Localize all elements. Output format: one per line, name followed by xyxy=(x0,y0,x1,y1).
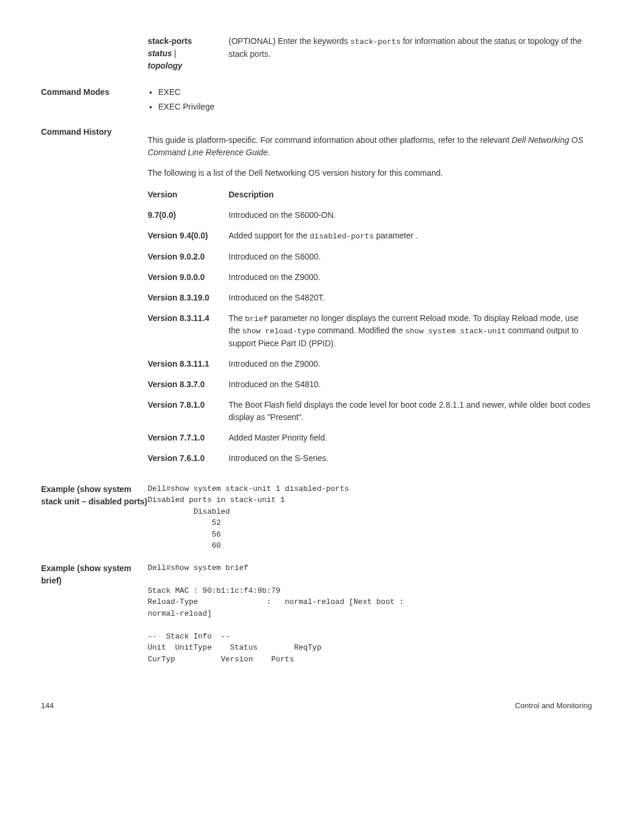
text-span: Introduced on the Z9000. xyxy=(229,359,320,368)
history-intro: This guide is platform-specific. For com… xyxy=(148,134,592,159)
command-history-section: Command History This guide is platform-s… xyxy=(41,126,592,473)
text-span: Introduced on the S4820T. xyxy=(229,293,325,302)
text-span: Introduced on the Z9000. xyxy=(229,272,320,282)
history-intro2: The following is a list of the Dell Netw… xyxy=(148,167,592,179)
text-span: The Boot Flash field displays the code l… xyxy=(229,400,590,422)
version-cell-version: Version 7.7.1.0 xyxy=(148,432,229,444)
version-cell-version: Version 7.6.1.0 xyxy=(148,452,229,465)
command-modes-label: Command Modes xyxy=(41,86,148,115)
text-span: Introduced on the S4810. xyxy=(229,380,321,389)
param-term-3: topology xyxy=(148,61,182,70)
version-cell-description: Added Master Priority field. xyxy=(229,432,592,444)
command-history-body: This guide is platform-specific. For com… xyxy=(148,126,592,473)
footer-title: Control and Monitoring xyxy=(515,700,592,712)
param-term-1: stack-ports xyxy=(148,36,192,46)
version-cell-description: Added support for the disabled-ports par… xyxy=(229,230,592,243)
example1-body: Dell#show system stack-unit 1 disabled-p… xyxy=(148,483,592,552)
version-header-c2: Description xyxy=(229,189,592,201)
text-span: The xyxy=(229,313,245,323)
parameter-term: stack-ports status | topology xyxy=(41,35,229,72)
version-cell-version: Version 9.0.2.0 xyxy=(148,251,229,263)
text-span: Introduced on the S-Series. xyxy=(229,453,328,463)
version-cell-version: Version 9.4(0.0) xyxy=(148,230,229,243)
version-cell-version: Version 8.3.11.1 xyxy=(148,358,229,370)
version-header-row: Version Description xyxy=(148,189,592,201)
param-term-2: status xyxy=(148,49,172,58)
command-modes-body: EXECEXEC Privilege xyxy=(148,86,592,115)
version-cell-description: Introduced on the S-Series. xyxy=(229,452,592,465)
version-cell-version: Version 9.0.0.0 xyxy=(148,271,229,284)
example1-code: Dell#show system stack-unit 1 disabled-p… xyxy=(148,483,592,552)
version-row: Version 9.4(0.0)Added support for the di… xyxy=(148,230,592,243)
modes-list-item: EXEC Privilege xyxy=(158,101,592,113)
param-def-code: stack-ports xyxy=(350,37,401,46)
version-cell-description: The Boot Flash field displays the code l… xyxy=(229,399,592,424)
version-cell-description: Introduced on the S4820T. xyxy=(229,292,592,304)
text-span: Introduced on the S6000. xyxy=(229,252,321,261)
version-cell-version: Version 8.3.19.0 xyxy=(148,292,229,304)
example2-section: Example (show system brief) Dell#show sy… xyxy=(41,562,592,665)
text-span: Added Master Priority field. xyxy=(229,433,327,442)
version-table: Version Description 9.7(0.0)Introduced o… xyxy=(148,189,592,465)
inline-code: disabled-ports xyxy=(310,232,374,241)
version-cell-version: Version 8.3.7.0 xyxy=(148,378,229,391)
text-span: Added support for the xyxy=(229,231,310,240)
version-row: Version 7.8.1.0The Boot Flash field disp… xyxy=(148,399,592,424)
version-row: 9.7(0.0)Introduced on the S6000-ON. xyxy=(148,209,592,221)
version-row: Version 8.3.11.1Introduced on the Z9000. xyxy=(148,358,592,370)
example2-label: Example (show system brief) xyxy=(41,562,148,665)
page-number: 144 xyxy=(41,700,54,712)
version-cell-version: 9.7(0.0) xyxy=(148,209,229,221)
version-row: Version 7.6.1.0Introduced on the S-Serie… xyxy=(148,452,592,465)
history-intro-part2: . xyxy=(268,148,270,157)
example1-label: Example (show system stack unit – disabl… xyxy=(41,483,148,552)
example2-code: Dell#show system brief Stack MAC : 90:b1… xyxy=(148,562,592,665)
command-history-label: Command History xyxy=(41,126,148,473)
modes-list: EXECEXEC Privilege xyxy=(148,86,592,113)
page-footer: 144 Control and Monitoring xyxy=(41,700,592,712)
text-span: Introduced on the S6000-ON. xyxy=(229,210,336,220)
version-cell-description: Introduced on the Z9000. xyxy=(229,358,592,370)
version-row: Version 9.0.0.0Introduced on the Z9000. xyxy=(148,271,592,284)
version-cell-description: Introduced on the S6000-ON. xyxy=(229,209,592,221)
param-term-sep: | xyxy=(172,49,176,58)
version-cell-description: Introduced on the Z9000. xyxy=(229,271,592,284)
version-row: Version 9.0.2.0Introduced on the S6000. xyxy=(148,251,592,263)
version-row: Version 8.3.7.0Introduced on the S4810. xyxy=(148,378,592,391)
version-row: Version 8.3.19.0Introduced on the S4820T… xyxy=(148,292,592,304)
version-cell-version: Version 7.8.1.0 xyxy=(148,399,229,424)
text-span: command. Modified the xyxy=(315,326,405,335)
inline-code: show reload-type xyxy=(242,327,315,336)
inline-code: brief xyxy=(245,315,268,323)
version-cell-version: Version 8.3.11.4 xyxy=(148,312,229,350)
version-cell-description: The brief parameter no longer displays t… xyxy=(229,312,592,350)
version-cell-description: Introduced on the S4810. xyxy=(229,378,592,391)
param-def-part1: (OPTIONAL) Enter the keywords xyxy=(229,36,350,46)
modes-list-item: EXEC xyxy=(158,86,592,98)
example2-body: Dell#show system brief Stack MAC : 90:b1… xyxy=(148,562,592,665)
example1-section: Example (show system stack unit – disabl… xyxy=(41,483,592,552)
version-cell-description: Introduced on the S6000. xyxy=(229,251,592,263)
command-modes-section: Command Modes EXECEXEC Privilege xyxy=(41,86,592,115)
version-row: Version 8.3.11.4The brief parameter no l… xyxy=(148,312,592,350)
version-header-c1: Version xyxy=(148,189,229,201)
version-row: Version 7.7.1.0Added Master Priority fie… xyxy=(148,432,592,444)
text-span: parameter . xyxy=(374,231,418,240)
history-intro-part1: This guide is platform-specific. For com… xyxy=(148,135,512,145)
parameter-definition: (OPTIONAL) Enter the keywords stack-port… xyxy=(229,35,592,72)
inline-code: show system stack-unit xyxy=(405,327,506,336)
parameter-row: stack-ports status | topology (OPTIONAL)… xyxy=(41,35,592,72)
